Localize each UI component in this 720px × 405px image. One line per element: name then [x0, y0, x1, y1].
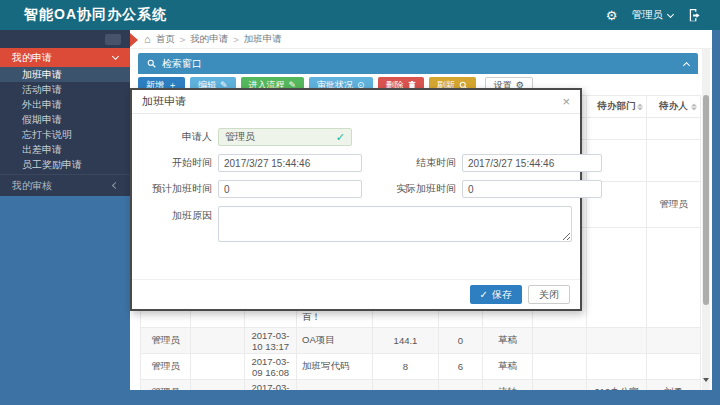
breadcrumb-current: 加班申请 [244, 33, 282, 46]
table-row[interactable]: 管理员 2017-03-09 10 流转 610办公室刘勇 [141, 380, 701, 391]
end-time-label: 结束时间 [396, 156, 456, 170]
app-title: 智能OA协同办公系统 [24, 6, 167, 24]
actual-overtime-label: 实际加班时间 [396, 182, 456, 196]
collapse-panel-icon[interactable] [683, 61, 690, 68]
modal-title: 加班申请 [142, 94, 186, 109]
breadcrumb-home[interactable]: 首页 [156, 33, 175, 46]
start-time-label: 开始时间 [132, 156, 212, 170]
home-icon: ⌂ [144, 33, 151, 45]
check-icon: ✓ [336, 131, 345, 144]
sidebar-menu: 加班申请 活动申请 外出申请 假期申请 忘打卡说明 出差申请 员工奖励申请 [0, 67, 130, 172]
save-button[interactable]: ✓ 保存 [470, 285, 522, 304]
breadcrumb-my-applications[interactable]: 我的申请 [190, 33, 228, 46]
reason-label: 加班原因 [132, 209, 212, 223]
chevron-left-icon [112, 182, 119, 189]
modal-body: 申请人 管理员 ✓ 开始时间 结束时间 预计加班时间 实际加班时间 加班原因 [132, 114, 580, 242]
table-row[interactable]: 管理员 2017-03-10 13:17OA项目 144.10 草稿 [141, 328, 701, 354]
sidebar-item-employee-reward[interactable]: 员工奖励申请 [0, 157, 130, 172]
sidebar-item-forgot-punch[interactable]: 忘打卡说明 [0, 127, 130, 142]
search-icon [147, 59, 156, 68]
active-menu-arrow [130, 33, 138, 47]
scrollbar-thumb[interactable] [703, 95, 709, 305]
modal-header: 加班申请 × [132, 90, 580, 114]
user-name: 管理员 [632, 8, 664, 22]
sidebar-group-my-review[interactable]: 我的审核 [0, 174, 130, 196]
sidebar-item-activity[interactable]: 活动申请 [0, 82, 130, 97]
sidebar-item-overtime[interactable]: 加班申请 [0, 67, 130, 82]
sidebar-group-my-applications[interactable]: 我的申请 [0, 48, 130, 67]
actual-overtime-input[interactable] [462, 180, 602, 198]
sidebar-item-goout[interactable]: 外出申请 [0, 97, 130, 112]
applicant-label: 申请人 [132, 130, 212, 144]
planned-overtime-input[interactable] [218, 180, 362, 198]
header-pending-person[interactable]: 待办人 [647, 96, 701, 118]
vertical-scrollbar[interactable] [702, 49, 710, 390]
sidebar-group-label: 我的申请 [12, 51, 52, 65]
reason-textarea[interactable] [218, 206, 572, 242]
applicant-field: 管理员 ✓ [218, 128, 352, 146]
sidebar: 我的申请 加班申请 活动申请 外出申请 假期申请 忘打卡说明 出差申请 员工奖励… [0, 30, 130, 196]
user-menu[interactable]: 管理员 [632, 8, 674, 22]
overtime-application-modal: 加班申请 × 申请人 管理员 ✓ 开始时间 结束时间 预计加班时间 实际加班时间… [130, 88, 582, 311]
start-time-input[interactable] [218, 154, 362, 172]
settings-gear-icon[interactable]: ⚙ [606, 8, 618, 23]
sidebar-item-vacation[interactable]: 假期申请 [0, 112, 130, 127]
header-pending-department[interactable]: 待办部门 [587, 96, 647, 118]
check-icon: ✓ [480, 289, 488, 300]
planned-overtime-label: 预计加班时间 [132, 182, 212, 196]
chevron-down-icon [667, 10, 674, 17]
breadcrumb-separator: > [180, 34, 186, 45]
table-row[interactable]: 管理员 2017-03-09 16:08加班写代码 86 草稿 [141, 354, 701, 380]
logout-icon[interactable] [687, 8, 702, 23]
sidebar-toggle-button[interactable] [105, 34, 121, 45]
close-button[interactable]: 关闭 [528, 285, 570, 304]
sidebar-item-business-trip[interactable]: 出差申请 [0, 142, 130, 157]
search-panel-header: 检索窗口 [138, 53, 698, 74]
end-time-input[interactable] [462, 154, 602, 172]
sort-icon[interactable] [691, 103, 697, 110]
close-icon[interactable]: × [562, 95, 570, 108]
breadcrumb-separator: > [233, 34, 239, 45]
chevron-down-icon [112, 53, 119, 60]
applicant-value: 管理员 [225, 130, 255, 144]
topbar: 智能OA协同办公系统 ⚙ 管理员 [0, 0, 720, 30]
sort-icon[interactable] [637, 103, 643, 110]
modal-footer: ✓ 保存 关闭 [132, 279, 580, 309]
scrollbar-down-arrow-icon[interactable] [703, 378, 709, 382]
search-panel-title: 检索窗口 [162, 57, 202, 71]
breadcrumb: ⌂ 首页 > 我的申请 > 加班申请 [130, 30, 712, 49]
